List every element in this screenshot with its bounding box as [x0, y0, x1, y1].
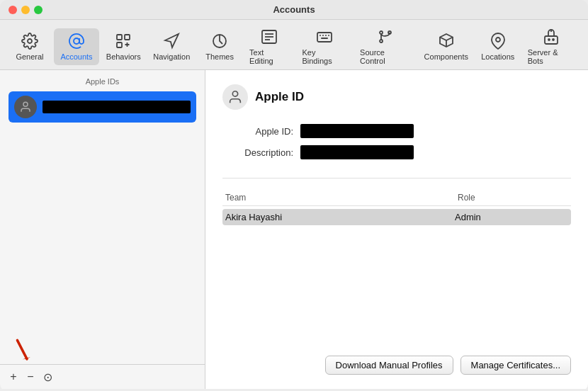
left-panel-title: Apple IDs — [0, 70, 205, 91]
apple-id-value-redacted — [300, 124, 414, 138]
account-list — [0, 91, 205, 364]
close-button[interactable] — [9, 6, 17, 14]
svg-point-29 — [232, 91, 237, 96]
toolbar-source-control-label: Source Control — [360, 48, 412, 65]
toolbar-item-text-editing[interactable]: Text Editing — [244, 24, 295, 69]
main-content: Apple IDs + — [0, 70, 588, 389]
source-control-icon — [375, 27, 395, 47]
toolbar-server-bots-label: Server & Bots — [528, 48, 575, 65]
navigation-icon — [162, 31, 181, 51]
divider — [222, 178, 571, 178]
table-row[interactable]: Akira Hayashi Admin — [222, 209, 571, 225]
toolbar-item-navigation[interactable]: Navigation — [148, 28, 196, 65]
manage-certificates-button[interactable]: Manage Certificates... — [460, 356, 571, 375]
gear-icon — [20, 31, 40, 51]
titlebar: Accounts — [0, 0, 588, 20]
maximize-button[interactable] — [34, 6, 43, 14]
at-icon — [67, 31, 86, 51]
themes-icon — [210, 31, 230, 51]
minimize-button[interactable] — [21, 6, 30, 14]
apple-id-field-row: Apple ID: — [222, 124, 571, 138]
toolbar-behaviors-label: Behaviors — [106, 52, 141, 61]
description-value-redacted — [300, 145, 414, 159]
toolbar-item-behaviors[interactable]: Behaviors — [101, 28, 147, 65]
left-panel: Apple IDs + — [0, 70, 205, 389]
right-panel: Apple ID Apple ID: Description: Team Rol… — [205, 70, 588, 389]
toolbar-item-locations[interactable]: Locations — [475, 28, 521, 65]
minus-icon: − — [27, 370, 33, 383]
download-manual-profiles-button[interactable]: Download Manual Profiles — [325, 356, 453, 375]
toolbar-item-components[interactable]: Components — [419, 28, 474, 65]
avatar — [14, 96, 37, 118]
apple-id-avatar-icon — [222, 84, 248, 110]
server-bots-icon — [541, 27, 561, 47]
left-panel-bottom: + − ⊙ — [0, 364, 205, 389]
detail-account-button[interactable]: ⊙ — [40, 369, 55, 385]
table-header: Team Role — [222, 190, 571, 206]
svg-point-23 — [548, 39, 550, 40]
svg-rect-4 — [117, 42, 122, 47]
toolbar-text-editing-label: Text Editing — [249, 48, 289, 65]
apple-id-label: Apple ID: — [222, 126, 293, 137]
toolbar-item-general[interactable]: General — [7, 28, 52, 65]
locations-icon — [488, 31, 508, 51]
svg-point-18 — [380, 40, 383, 42]
components-icon — [436, 31, 456, 51]
remove-account-button[interactable]: − — [23, 369, 38, 385]
svg-point-1 — [74, 38, 79, 44]
window-title: Accounts — [273, 4, 315, 15]
toolbar-themes-label: Themes — [205, 52, 234, 61]
description-label: Description: — [222, 147, 293, 158]
toolbar-item-server-bots[interactable]: Server & Bots — [522, 24, 581, 69]
svg-rect-2 — [117, 35, 122, 40]
account-name-redacted — [43, 101, 191, 113]
svg-point-24 — [553, 39, 554, 40]
apple-id-header: Apple ID — [222, 84, 571, 110]
toolbar-item-source-control[interactable]: Source Control — [354, 24, 417, 69]
team-name: Akira Hayashi — [225, 212, 455, 222]
toolbar-navigation-label: Navigation — [153, 52, 190, 61]
add-icon: + — [10, 370, 16, 383]
toolbar-item-themes[interactable]: Themes — [197, 28, 242, 65]
add-account-button[interactable]: + — [6, 369, 21, 385]
svg-point-17 — [380, 31, 383, 34]
toolbar-key-bindings-label: Key Bindings — [302, 48, 347, 65]
window-controls — [9, 6, 43, 14]
svg-point-0 — [28, 39, 32, 43]
svg-rect-22 — [545, 36, 558, 44]
detail-icon: ⊙ — [43, 370, 52, 384]
description-field-row: Description: — [222, 145, 571, 159]
col-team-header: Team — [222, 193, 458, 203]
account-item[interactable] — [9, 91, 196, 123]
apple-id-title: Apple ID — [255, 90, 304, 104]
text-editing-icon — [259, 27, 279, 47]
svg-point-21 — [496, 38, 500, 42]
toolbar-components-label: Components — [424, 52, 468, 61]
role-value: Admin — [455, 212, 568, 222]
svg-marker-5 — [165, 34, 179, 47]
col-role-header: Role — [458, 193, 571, 203]
svg-rect-11 — [317, 33, 332, 42]
toolbar: General Accounts Behaviors — [0, 20, 588, 70]
key-bindings-icon — [315, 27, 334, 47]
toolbar-accounts-label: Accounts — [60, 52, 92, 61]
svg-rect-3 — [125, 35, 130, 40]
actions-row: Download Manual Profiles Manage Certific… — [222, 344, 571, 375]
behaviors-icon — [113, 31, 133, 51]
svg-point-26 — [23, 102, 28, 106]
toolbar-general-label: General — [16, 52, 43, 61]
toolbar-locations-label: Locations — [481, 52, 514, 61]
toolbar-item-key-bindings[interactable]: Key Bindings — [296, 24, 353, 69]
toolbar-item-accounts[interactable]: Accounts — [54, 28, 99, 65]
